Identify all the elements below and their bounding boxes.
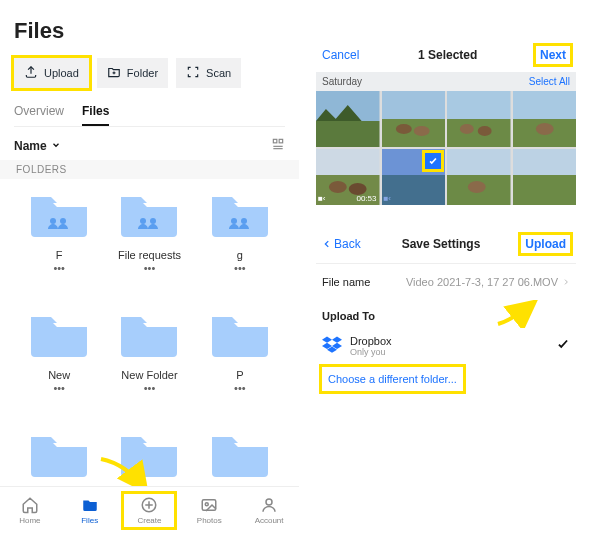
nav-label: Account	[255, 516, 284, 525]
next-button[interactable]: Next	[536, 46, 570, 64]
folder-icon	[119, 311, 179, 359]
file-tabs: Overview Files	[14, 104, 285, 127]
folder-icon	[29, 311, 89, 359]
checkmark-icon	[556, 337, 570, 354]
sort-row[interactable]: Name	[14, 137, 285, 154]
folder-more[interactable]: •••	[53, 385, 65, 391]
folder-name: New	[48, 369, 70, 381]
folder-more[interactable]: •••	[144, 385, 156, 391]
photo-thumb[interactable]	[447, 149, 511, 205]
svg-rect-18	[447, 91, 511, 119]
svg-rect-14	[382, 91, 446, 119]
tab-files[interactable]: Files	[82, 104, 109, 126]
folder-item[interactable]: g •••	[195, 187, 285, 307]
shared-folder-icon	[210, 191, 270, 239]
svg-point-27	[329, 181, 347, 193]
sort-label: Name	[14, 139, 47, 153]
folder-more[interactable]: •••	[53, 265, 65, 271]
check-icon	[425, 153, 441, 169]
folder-item[interactable]: File requests •••	[104, 187, 194, 307]
upload-button-label: Upload	[44, 67, 79, 79]
right-column: Cancel 1 Selected Next Saturday Select A…	[300, 0, 600, 538]
folder-item[interactable]: New Folder •••	[104, 307, 194, 427]
svg-point-11	[266, 499, 272, 505]
nav-photos[interactable]: Photos	[184, 496, 234, 525]
nav-home[interactable]: Home	[5, 496, 55, 525]
cancel-button[interactable]: Cancel	[322, 48, 359, 62]
folder-icon	[210, 431, 270, 479]
photo-thumb[interactable]	[447, 91, 511, 147]
nav-label: Photos	[197, 516, 222, 525]
thumbnail-grid: ■‹ 00:53 ■‹	[316, 91, 576, 205]
folder-more[interactable]: •••	[144, 265, 156, 271]
filename-row[interactable]: File name Video 2021-7-3, 17 27 06.MOV	[316, 263, 576, 300]
svg-rect-25	[316, 149, 380, 175]
svg-point-17	[413, 126, 429, 136]
svg-point-7	[241, 218, 247, 224]
tab-overview[interactable]: Overview	[14, 104, 64, 126]
upload-button[interactable]: Upload	[14, 58, 89, 88]
nav-label: Home	[19, 516, 40, 525]
destination-sub: Only you	[350, 347, 392, 357]
folder-name: New Folder	[121, 369, 177, 381]
back-button[interactable]: Back	[322, 237, 361, 251]
svg-rect-30	[382, 175, 446, 205]
svg-rect-35	[513, 175, 577, 205]
shared-folder-icon	[29, 191, 89, 239]
video-thumb-selected[interactable]: ■‹	[382, 149, 446, 205]
nav-label: Create	[137, 516, 161, 525]
day-label: Saturday	[322, 76, 362, 87]
svg-point-5	[150, 218, 156, 224]
nav-account[interactable]: Account	[244, 496, 294, 525]
folder-item[interactable]: New •••	[14, 307, 104, 427]
view-toggle-icon[interactable]	[271, 137, 285, 154]
svg-rect-1	[279, 139, 283, 143]
folder-more[interactable]: •••	[234, 265, 246, 271]
nav-files[interactable]: Files	[65, 496, 115, 525]
photo-thumb[interactable]	[513, 91, 577, 147]
folder-item[interactable]: P •••	[195, 307, 285, 427]
video-thumb[interactable]: ■‹ 00:53	[316, 149, 380, 205]
folder-name: File requests	[118, 249, 181, 261]
folder-icon	[210, 311, 270, 359]
svg-point-16	[395, 124, 411, 134]
select-all-button[interactable]: Select All	[529, 76, 570, 87]
dropbox-icon	[322, 334, 342, 357]
video-duration: 00:53	[356, 194, 376, 203]
destination-name: Dropbox	[350, 335, 392, 347]
destination-row[interactable]: Dropbox Only you	[316, 328, 576, 363]
folder-name: g	[237, 249, 243, 261]
scan-button-label: Scan	[206, 67, 231, 79]
upload-action-button[interactable]: Upload	[521, 235, 570, 253]
svg-point-6	[231, 218, 237, 224]
upload-icon	[24, 65, 38, 81]
folder-more[interactable]: •••	[234, 385, 246, 391]
svg-point-33	[468, 181, 486, 193]
svg-rect-34	[513, 149, 577, 175]
svg-rect-22	[513, 91, 577, 119]
nav-create[interactable]: Create	[124, 494, 174, 527]
page-title: Files	[14, 18, 285, 44]
svg-point-20	[460, 124, 474, 134]
selected-count: 1 Selected	[418, 48, 477, 62]
chevron-right-icon	[562, 278, 570, 286]
back-label: Back	[334, 237, 361, 251]
svg-rect-13	[316, 121, 380, 147]
photo-thumb[interactable]	[316, 91, 380, 147]
filename-label: File name	[322, 276, 370, 288]
save-settings-panel: Back Save Settings Upload File name Vide…	[316, 225, 576, 395]
bottom-nav: Home Files Create Photos Account	[0, 486, 299, 532]
video-badge-icon: ■‹	[318, 194, 326, 203]
choose-folder-link[interactable]: Choose a different folder...	[322, 367, 463, 391]
photo-thumb[interactable]	[382, 91, 446, 147]
scan-icon	[186, 65, 200, 81]
svg-rect-15	[382, 119, 446, 147]
photo-picker-panel: Cancel 1 Selected Next Saturday Select A…	[316, 38, 576, 205]
scan-button[interactable]: Scan	[176, 58, 241, 88]
folder-item[interactable]: F •••	[14, 187, 104, 307]
folder-button[interactable]: Folder	[97, 58, 168, 88]
svg-point-10	[206, 503, 209, 506]
folders-section-label: FOLDERS	[0, 160, 299, 179]
save-title: Save Settings	[402, 237, 481, 251]
photo-thumb[interactable]	[513, 149, 577, 205]
